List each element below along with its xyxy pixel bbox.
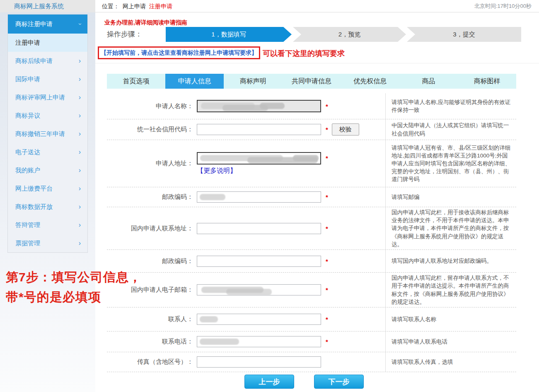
steps-label: 操作步骤： <box>107 29 142 39</box>
required-marker: * <box>326 338 328 345</box>
sidebar-item-label: 电子送达 <box>15 143 40 161</box>
filling-requirements-link[interactable]: 【开始填写前，请点击这里查看商标注册网上申请填写要求】 <box>98 46 260 59</box>
form-row-credit-code: 统一社会信用代码： * 校验 中国大陆申请人（法人或其它组织）请填写统一社会信用… <box>107 119 516 140</box>
required-marker: * <box>326 126 328 133</box>
chevron-right-icon: › <box>79 179 81 198</box>
form-row-email: 国内申请人电子邮箱： * 国内申请人填写此栏，留存申请人联系方式，不用于本件申请… <box>107 273 516 307</box>
field-label: 国内申请人联系地址： <box>107 225 197 232</box>
chevron-right-icon: › <box>79 70 81 88</box>
sidebar-active-label: 商标注册申请 <box>15 15 53 34</box>
field-help: 国内申请人填写此栏，留存申请人联系方式，不用于本件申请的送达提示。本件申请所产生… <box>385 273 516 307</box>
sidebar-item-label: 国际申请 <box>15 70 40 88</box>
chevron-right-icon: › <box>79 216 81 234</box>
field-label: 联系人： <box>107 315 197 323</box>
beijing-time: 北京时间:17时10分00秒 <box>474 0 532 12</box>
next-step-button[interactable]: 下一步 <box>314 375 364 389</box>
sidebar-item-online-payment[interactable]: 网上缴费平台 › <box>8 179 87 198</box>
sidebar-item-label: 商标后续申请 <box>15 52 53 70</box>
form-row-applicant-address: 申请人地址： * 【更多说明】 请填写申请人冠有省、市、县/区三级区划的详细地址… <box>107 140 516 187</box>
required-marker: * <box>326 103 328 110</box>
form-tabbar: 首页选项 申请人信息 商标声明 共同申请信息 优先权信息 商品 商标图样 <box>107 74 516 89</box>
sidebar-item-trademark-data[interactable]: 商标数据开放 › <box>8 198 87 216</box>
sidebar-item-review-online-application[interactable]: 商标评审网上申请 › <box>8 88 87 106</box>
contact-phone-input[interactable] <box>197 336 321 347</box>
sidebar-item-followup-application[interactable]: 商标后续申请 › <box>8 52 87 70</box>
tab-goods[interactable]: 商品 <box>399 74 458 89</box>
breadcrumb-section[interactable]: 网上申请 <box>123 3 146 10</box>
sidebar-item-international-application[interactable]: 国际申请 › <box>8 70 87 88</box>
field-label: 联系电话： <box>107 338 197 346</box>
field-help: 填写国内申请人联系地址对应邮政编码。 <box>385 250 516 272</box>
required-marker: * <box>326 316 328 323</box>
field-help: 请填写申请人联系电话 <box>385 332 516 352</box>
sidebar-item-my-account[interactable]: 我的账户 › <box>8 161 87 179</box>
form-row-domestic-contact-address: 国内申请人联系地址： * 国内申请人填写此栏，用于接收该商标后继商标业务的法律文… <box>107 207 516 250</box>
tab-priority-info[interactable]: 优先权信息 <box>341 74 399 89</box>
divider <box>95 63 539 63</box>
sidebar-item-label: 商标评审网上申请 <box>15 88 65 106</box>
contact-person-input[interactable] <box>197 314 321 325</box>
required-marker: * <box>326 155 328 162</box>
email-input[interactable] <box>197 284 321 295</box>
chevron-right-icon: › <box>79 143 81 161</box>
sidebar-subitem-registration[interactable]: 注册申请 <box>8 34 87 52</box>
applicant-name-input[interactable] <box>197 100 321 112</box>
top-bar: 商标网上服务系统 位置：网上申请注册申请 北京时间:17时10分00秒 <box>0 0 539 12</box>
chevron-right-icon: › <box>79 198 81 216</box>
required-marker: * <box>326 258 328 265</box>
field-label: 统一社会信用代码： <box>107 126 197 133</box>
tab-home-options[interactable]: 首页选项 <box>107 74 165 89</box>
required-marker: * <box>326 194 328 201</box>
postal-code-input[interactable] <box>197 191 321 203</box>
form-row-applicant-name: 申请人名称： * 请填写申请人名称,应与能够证明其身份的有效证件保持一致 <box>107 93 516 119</box>
sidebar-item-opposition[interactable]: 商标异议 › <box>8 106 87 125</box>
sidebar-item-receipt-management[interactable]: 票据管理 › <box>8 234 87 252</box>
chevron-right-icon: › <box>79 161 81 179</box>
field-label: 申请人名称： <box>107 102 197 110</box>
sidebar-menu: 商标注册申请 › 注册申请 商标后续申请 › 国际申请 › 商标评审网上申请 ›… <box>7 14 88 253</box>
sidebar-item-three-year-cancellation[interactable]: 商标撤销三年申请 › <box>8 125 87 143</box>
sidebar-item-trademark-registration[interactable]: 商标注册申请 › <box>8 15 87 34</box>
chevron-right-icon: › <box>79 88 81 106</box>
step-1-data-entry: 1，数据填写 <box>166 27 292 42</box>
form-row-contact-postal-code: 邮政编码： * 填写国内申请人联系地址对应邮政编码。 <box>107 250 516 273</box>
breadcrumb-label: 位置： <box>102 3 119 10</box>
fax-input[interactable] <box>197 356 321 368</box>
field-help: 中国大陆申请人（法人或其它组织）请填写统一社会信用代码 <box>385 119 516 140</box>
form-row-contact-phone: 联系电话： * 请填写申请人联系电话 <box>107 332 516 352</box>
tab-trademark-declaration[interactable]: 商标声明 <box>224 74 282 89</box>
sidebar: 商标注册申请 › 注册申请 商标后续申请 › 国际申请 › 商标评审网上申请 ›… <box>0 12 95 392</box>
step-2-preview: 2，预览 <box>293 27 406 42</box>
form-row-postal-code: 邮政编码： * 请填写邮编 <box>107 187 516 207</box>
field-help: 请填写申请人冠有省、市、县/区三级区划的详细地址,如四川省成都市青羊区玉沙路10… <box>385 140 516 187</box>
tab-joint-application-info[interactable]: 共同申请信息 <box>282 74 341 89</box>
sidebar-item-defense-management[interactable]: 答辩管理 › <box>8 216 87 234</box>
domestic-contact-address-input[interactable] <box>197 223 321 234</box>
verify-button[interactable]: 校验 <box>332 123 359 136</box>
app-title: 商标网上服务系统 <box>0 0 95 12</box>
breadcrumb-page[interactable]: 注册申请 <box>149 3 172 10</box>
field-label: 传真（含地区号）： <box>107 358 197 366</box>
form-row-contact-person: 联系人： * 请填写联系人名称 <box>107 307 516 332</box>
tab-applicant-info[interactable]: 申请人信息 <box>165 74 224 89</box>
field-label: 邮政编码： <box>107 257 197 265</box>
field-help: 国内申请人填写此栏，用于接收该商标后继商标业务的法律文件，不用于本件申请的送达。… <box>385 207 516 249</box>
sidebar-item-label: 商标数据开放 <box>15 198 53 216</box>
field-label: 邮政编码： <box>107 193 197 201</box>
applicant-address-input[interactable] <box>197 152 321 165</box>
field-help: 请填写联系人名称 <box>385 307 516 331</box>
more-info-link[interactable]: 【更多说明】 <box>197 167 328 175</box>
credit-code-input[interactable] <box>197 124 321 135</box>
form-row-fax: 传真（含地区号）： 请填写联系人传真，选填 <box>107 352 516 372</box>
field-help: 请填写联系人传真，选填 <box>385 352 516 372</box>
required-marker: * <box>326 225 328 232</box>
sidebar-item-label: 我的账户 <box>15 161 40 179</box>
sidebar-item-electronic-delivery[interactable]: 电子送达 › <box>8 143 87 161</box>
chevron-right-icon: › <box>79 125 81 143</box>
sidebar-item-label: 答辩管理 <box>15 216 40 234</box>
annotation-step7-note: 第7步：填写公司信息， 带*号的是必填项 <box>6 267 142 307</box>
chevron-down-icon: › <box>71 23 90 25</box>
previous-step-button[interactable]: 上一步 <box>244 375 294 389</box>
tab-trademark-image[interactable]: 商标图样 <box>458 74 516 89</box>
contact-postal-code-input[interactable] <box>197 256 321 267</box>
